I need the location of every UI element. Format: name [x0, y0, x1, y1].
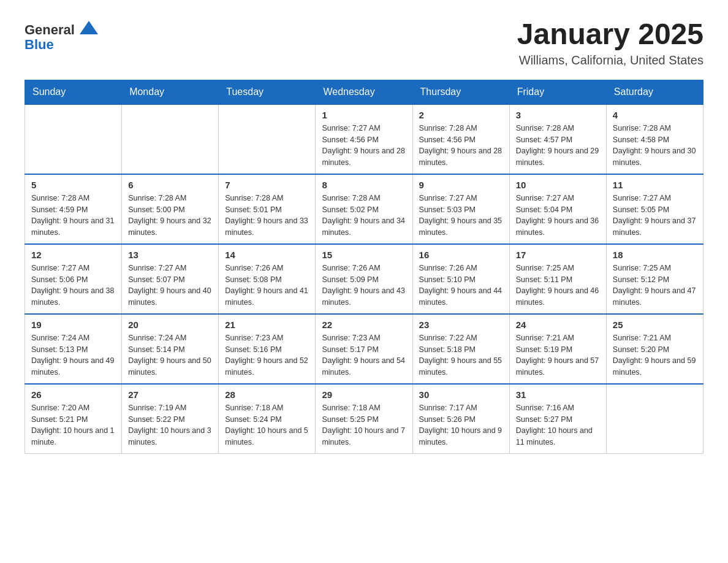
day-info: Sunrise: 7:28 AM Sunset: 4:58 PM Dayligh… — [613, 123, 697, 169]
day-info: Sunrise: 7:23 AM Sunset: 5:17 PM Dayligh… — [322, 332, 406, 378]
day-info: Sunrise: 7:26 AM Sunset: 5:10 PM Dayligh… — [419, 262, 503, 308]
calendar-cell-w2-d0: 5Sunrise: 7:28 AM Sunset: 4:59 PM Daylig… — [25, 174, 122, 244]
calendar-week-3: 12Sunrise: 7:27 AM Sunset: 5:06 PM Dayli… — [25, 244, 703, 314]
day-number: 1 — [322, 110, 406, 120]
calendar-cell-w4-d3: 22Sunrise: 7:23 AM Sunset: 5:17 PM Dayli… — [316, 314, 412, 384]
month-title: January 2025 — [517, 18, 703, 51]
calendar-cell-w1-d1 — [122, 104, 219, 174]
day-number: 8 — [322, 180, 406, 190]
title-block: January 2025 Williams, California, Unite… — [517, 18, 703, 67]
day-info: Sunrise: 7:27 AM Sunset: 5:06 PM Dayligh… — [31, 262, 115, 308]
calendar-cell-w2-d6: 11Sunrise: 7:27 AM Sunset: 5:05 PM Dayli… — [606, 174, 703, 244]
calendar-cell-w2-d2: 7Sunrise: 7:28 AM Sunset: 5:01 PM Daylig… — [219, 174, 316, 244]
calendar-cell-w1-d3: 1Sunrise: 7:27 AM Sunset: 4:56 PM Daylig… — [316, 104, 412, 174]
calendar-cell-w3-d2: 14Sunrise: 7:26 AM Sunset: 5:08 PM Dayli… — [219, 244, 316, 314]
day-info: Sunrise: 7:28 AM Sunset: 4:59 PM Dayligh… — [31, 193, 115, 239]
calendar-cell-w5-d4: 30Sunrise: 7:17 AM Sunset: 5:26 PM Dayli… — [412, 384, 509, 454]
calendar-week-1: 1Sunrise: 7:27 AM Sunset: 4:56 PM Daylig… — [25, 104, 703, 174]
day-number: 24 — [516, 320, 600, 330]
calendar-cell-w2-d1: 6Sunrise: 7:28 AM Sunset: 5:00 PM Daylig… — [122, 174, 219, 244]
col-wednesday: Wednesday — [316, 80, 412, 104]
day-info: Sunrise: 7:28 AM Sunset: 4:57 PM Dayligh… — [516, 123, 600, 169]
day-info: Sunrise: 7:17 AM Sunset: 5:26 PM Dayligh… — [419, 402, 503, 448]
page-header: General Blue January 2025 Williams, Cali… — [25, 18, 703, 67]
calendar-cell-w5-d5: 31Sunrise: 7:16 AM Sunset: 5:27 PM Dayli… — [509, 384, 606, 454]
calendar-cell-w2-d4: 9Sunrise: 7:27 AM Sunset: 5:03 PM Daylig… — [412, 174, 509, 244]
day-number: 26 — [31, 389, 115, 400]
day-info: Sunrise: 7:28 AM Sunset: 4:56 PM Dayligh… — [419, 123, 503, 169]
col-friday: Friday — [509, 80, 606, 104]
day-number: 18 — [613, 250, 697, 260]
calendar-cell-w4-d5: 24Sunrise: 7:21 AM Sunset: 5:19 PM Dayli… — [509, 314, 606, 384]
calendar-cell-w1-d5: 3Sunrise: 7:28 AM Sunset: 4:57 PM Daylig… — [509, 104, 606, 174]
calendar-cell-w3-d1: 13Sunrise: 7:27 AM Sunset: 5:07 PM Dayli… — [122, 244, 219, 314]
day-number: 30 — [419, 389, 503, 400]
day-number: 31 — [516, 389, 600, 400]
calendar-cell-w3-d3: 15Sunrise: 7:26 AM Sunset: 5:09 PM Dayli… — [316, 244, 412, 314]
calendar-cell-w4-d2: 21Sunrise: 7:23 AM Sunset: 5:16 PM Dayli… — [219, 314, 316, 384]
day-info: Sunrise: 7:21 AM Sunset: 5:20 PM Dayligh… — [613, 332, 697, 378]
day-number: 12 — [31, 250, 115, 260]
svg-marker-1 — [80, 21, 98, 34]
day-info: Sunrise: 7:27 AM Sunset: 5:05 PM Dayligh… — [613, 193, 697, 239]
col-thursday: Thursday — [412, 80, 509, 104]
calendar-table: Sunday Monday Tuesday Wednesday Thursday… — [25, 80, 703, 454]
day-info: Sunrise: 7:20 AM Sunset: 5:21 PM Dayligh… — [31, 402, 115, 448]
day-number: 13 — [128, 250, 212, 260]
day-info: Sunrise: 7:18 AM Sunset: 5:25 PM Dayligh… — [322, 402, 406, 448]
calendar-cell-w1-d2 — [219, 104, 316, 174]
calendar-cell-w1-d6: 4Sunrise: 7:28 AM Sunset: 4:58 PM Daylig… — [606, 104, 703, 174]
day-info: Sunrise: 7:28 AM Sunset: 5:00 PM Dayligh… — [128, 193, 212, 239]
day-info: Sunrise: 7:27 AM Sunset: 5:07 PM Dayligh… — [128, 262, 212, 308]
calendar-cell-w4-d6: 25Sunrise: 7:21 AM Sunset: 5:20 PM Dayli… — [606, 314, 703, 384]
calendar-cell-w5-d0: 26Sunrise: 7:20 AM Sunset: 5:21 PM Dayli… — [25, 384, 122, 454]
col-sunday: Sunday — [25, 80, 122, 104]
day-number: 7 — [225, 180, 309, 190]
calendar-cell-w3-d4: 16Sunrise: 7:26 AM Sunset: 5:10 PM Dayli… — [412, 244, 509, 314]
day-info: Sunrise: 7:27 AM Sunset: 5:03 PM Dayligh… — [419, 193, 503, 239]
day-info: Sunrise: 7:23 AM Sunset: 5:16 PM Dayligh… — [225, 332, 309, 378]
calendar-cell-w5-d6 — [606, 384, 703, 454]
day-number: 15 — [322, 250, 406, 260]
day-number: 6 — [128, 180, 212, 190]
calendar-week-2: 5Sunrise: 7:28 AM Sunset: 4:59 PM Daylig… — [25, 174, 703, 244]
calendar-cell-w3-d6: 18Sunrise: 7:25 AM Sunset: 5:12 PM Dayli… — [606, 244, 703, 314]
day-info: Sunrise: 7:24 AM Sunset: 5:14 PM Dayligh… — [128, 332, 212, 378]
day-info: Sunrise: 7:28 AM Sunset: 5:02 PM Dayligh… — [322, 193, 406, 239]
day-number: 23 — [419, 320, 503, 330]
day-number: 25 — [613, 320, 697, 330]
calendar-header-row: Sunday Monday Tuesday Wednesday Thursday… — [25, 80, 703, 104]
calendar-cell-w2-d3: 8Sunrise: 7:28 AM Sunset: 5:02 PM Daylig… — [316, 174, 412, 244]
day-info: Sunrise: 7:28 AM Sunset: 5:01 PM Dayligh… — [225, 193, 309, 239]
day-info: Sunrise: 7:27 AM Sunset: 4:56 PM Dayligh… — [322, 123, 406, 169]
calendar-week-4: 19Sunrise: 7:24 AM Sunset: 5:13 PM Dayli… — [25, 314, 703, 384]
day-number: 3 — [516, 110, 600, 120]
location: Williams, California, United States — [517, 53, 703, 67]
day-info: Sunrise: 7:18 AM Sunset: 5:24 PM Dayligh… — [225, 402, 309, 448]
calendar-cell-w5-d2: 28Sunrise: 7:18 AM Sunset: 5:24 PM Dayli… — [219, 384, 316, 454]
day-info: Sunrise: 7:22 AM Sunset: 5:18 PM Dayligh… — [419, 332, 503, 378]
day-info: Sunrise: 7:26 AM Sunset: 5:09 PM Dayligh… — [322, 262, 406, 308]
calendar-cell-w1-d0 — [25, 104, 122, 174]
calendar-cell-w1-d4: 2Sunrise: 7:28 AM Sunset: 4:56 PM Daylig… — [412, 104, 509, 174]
day-info: Sunrise: 7:24 AM Sunset: 5:13 PM Dayligh… — [31, 332, 115, 378]
day-number: 14 — [225, 250, 309, 260]
day-number: 21 — [225, 320, 309, 330]
day-number: 10 — [516, 180, 600, 190]
day-number: 29 — [322, 389, 406, 400]
day-number: 17 — [516, 250, 600, 260]
col-saturday: Saturday — [606, 80, 703, 104]
calendar-cell-w4-d4: 23Sunrise: 7:22 AM Sunset: 5:18 PM Dayli… — [412, 314, 509, 384]
svg-text:General: General — [25, 22, 75, 37]
day-info: Sunrise: 7:26 AM Sunset: 5:08 PM Dayligh… — [225, 262, 309, 308]
col-monday: Monday — [122, 80, 219, 104]
calendar-cell-w3-d5: 17Sunrise: 7:25 AM Sunset: 5:11 PM Dayli… — [509, 244, 606, 314]
calendar-cell-w5-d1: 27Sunrise: 7:19 AM Sunset: 5:22 PM Dayli… — [122, 384, 219, 454]
day-number: 9 — [419, 180, 503, 190]
calendar-cell-w3-d0: 12Sunrise: 7:27 AM Sunset: 5:06 PM Dayli… — [25, 244, 122, 314]
calendar-cell-w4-d1: 20Sunrise: 7:24 AM Sunset: 5:14 PM Dayli… — [122, 314, 219, 384]
day-info: Sunrise: 7:27 AM Sunset: 5:04 PM Dayligh… — [516, 193, 600, 239]
logo: General Blue — [25, 18, 98, 52]
day-number: 19 — [31, 320, 115, 330]
col-tuesday: Tuesday — [219, 80, 316, 104]
